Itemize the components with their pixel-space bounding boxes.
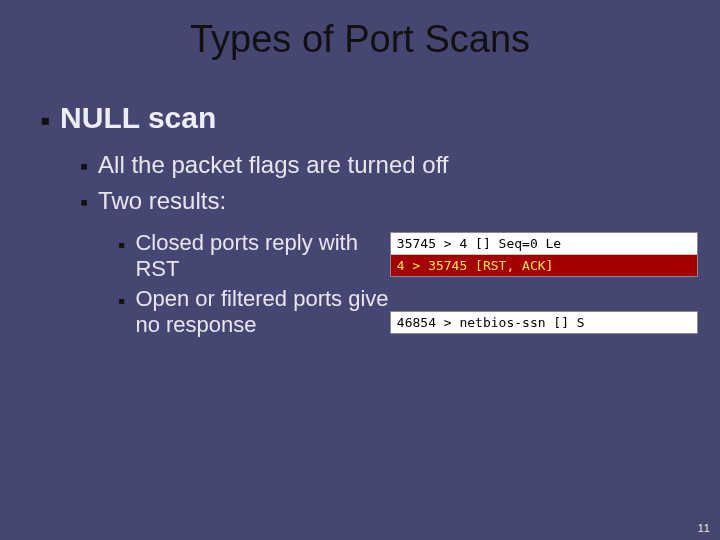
left-column: ▪ Closed ports reply with RST ▪ Open or … — [22, 230, 390, 342]
packet-capture-closed: 35745 > 4 [] Seq=0 Le 4 > 35745 [RST, AC… — [390, 232, 698, 277]
bullet-square-icon: ▪ — [80, 153, 88, 180]
slide: Types of Port Scans ▪ NULL scan ▪ All th… — [0, 0, 720, 540]
bullet-text: NULL scan — [60, 101, 698, 135]
bullet-text: Open or filtered ports give no response — [135, 286, 389, 338]
capture-row-request: 35745 > 4 [] Seq=0 Le — [391, 233, 697, 255]
packet-capture-open: 46854 > netbios-ssn [] S — [390, 311, 698, 334]
capture-row-request: 46854 > netbios-ssn [] S — [391, 312, 697, 333]
bullet-square-icon: ▪ — [80, 189, 88, 216]
bullet-text: Closed ports reply with RST — [135, 230, 389, 282]
capture-row-rst: 4 > 35745 [RST, ACK] — [391, 255, 697, 276]
bullet-level2: ▪ All the packet flags are turned off — [80, 151, 698, 180]
slide-title: Types of Port Scans — [22, 18, 698, 61]
bullet-level3: ▪ Closed ports reply with RST — [118, 230, 390, 282]
bullet-square-icon: ▪ — [118, 232, 125, 257]
slide-number: 11 — [698, 522, 710, 534]
right-column: 35745 > 4 [] Seq=0 Le 4 > 35745 [RST, AC… — [390, 230, 698, 334]
content-columns: ▪ Closed ports reply with RST ▪ Open or … — [22, 230, 698, 342]
bullet-square-icon: ▪ — [118, 288, 125, 313]
bullet-level3: ▪ Open or filtered ports give no respons… — [118, 286, 390, 338]
bullet-level1: ▪ NULL scan — [40, 101, 698, 137]
bullet-text: Two results: — [98, 187, 698, 215]
bullet-level2: ▪ Two results: — [80, 187, 698, 216]
bullet-square-icon: ▪ — [40, 103, 50, 137]
bullet-text: All the packet flags are turned off — [98, 151, 698, 179]
